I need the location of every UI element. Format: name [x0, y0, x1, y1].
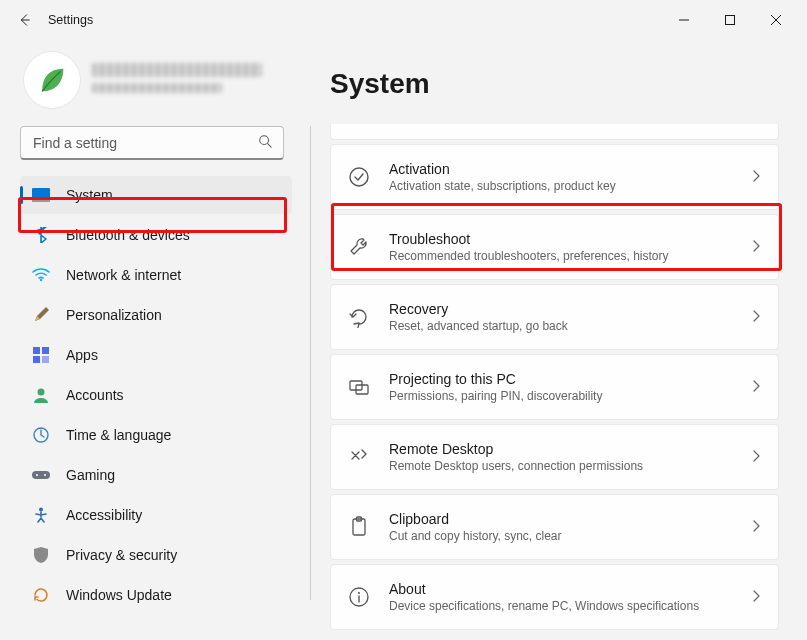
- minimize-button[interactable]: [661, 4, 707, 36]
- clipboard-icon: [347, 515, 371, 539]
- nav-label: Bluetooth & devices: [66, 227, 190, 243]
- card-sub: Permissions, pairing PIN, discoverabilit…: [389, 389, 732, 403]
- avatar: [24, 52, 80, 108]
- scroll-divider: [310, 126, 311, 600]
- card-text: Projecting to this PC Permissions, pairi…: [389, 371, 732, 403]
- accessibility-icon: [32, 506, 50, 524]
- card-troubleshoot[interactable]: Troubleshoot Recommended troubleshooters…: [330, 214, 779, 280]
- card-activation[interactable]: Activation Activation state, subscriptio…: [330, 144, 779, 210]
- arrow-left-icon: [17, 13, 31, 27]
- window-title: Settings: [48, 13, 93, 27]
- nav-label: Gaming: [66, 467, 115, 483]
- card-text: Recovery Reset, advanced startup, go bac…: [389, 301, 732, 333]
- svg-rect-0: [726, 16, 735, 25]
- clock-globe-icon: [32, 426, 50, 444]
- nav-label: System: [66, 187, 113, 203]
- profile-block[interactable]: [20, 40, 292, 126]
- bluetooth-icon: [32, 226, 50, 244]
- close-button[interactable]: [753, 4, 799, 36]
- nav-label: Apps: [66, 347, 98, 363]
- svg-point-4: [40, 279, 42, 281]
- nav-item-gaming[interactable]: Gaming: [20, 456, 292, 494]
- nav-item-privacy[interactable]: Privacy & security: [20, 536, 292, 574]
- profile-text: [92, 63, 288, 97]
- nav-item-windows-update[interactable]: Windows Update: [20, 576, 292, 614]
- chevron-right-icon: [750, 518, 762, 536]
- svg-rect-5: [33, 347, 40, 354]
- checkmark-circle-icon: [347, 165, 371, 189]
- apps-icon: [32, 346, 50, 364]
- minimize-icon: [679, 15, 689, 25]
- nav-item-bluetooth[interactable]: Bluetooth & devices: [20, 216, 292, 254]
- card-title: Recovery: [389, 301, 732, 317]
- paintbrush-icon: [32, 306, 50, 324]
- card-about[interactable]: About Device specifications, rename PC, …: [330, 564, 779, 630]
- shield-icon: [32, 546, 50, 564]
- nav-item-accounts[interactable]: Accounts: [20, 376, 292, 414]
- nav-label: Accounts: [66, 387, 124, 403]
- maximize-icon: [725, 15, 735, 25]
- card-title: Projecting to this PC: [389, 371, 732, 387]
- nav-label: Accessibility: [66, 507, 142, 523]
- nav-label: Time & language: [66, 427, 171, 443]
- card-text: Activation Activation state, subscriptio…: [389, 161, 732, 193]
- svg-point-14: [39, 508, 43, 512]
- page-heading: System: [330, 68, 779, 100]
- nav-item-system[interactable]: System: [20, 176, 292, 214]
- search-input[interactable]: [20, 126, 284, 160]
- card-sub: Device specifications, rename PC, Window…: [389, 599, 732, 613]
- svg-point-12: [36, 474, 38, 476]
- card-clipboard[interactable]: Clipboard Cut and copy history, sync, cl…: [330, 494, 779, 560]
- system-icon: [32, 186, 50, 204]
- chevron-right-icon: [750, 378, 762, 396]
- update-icon: [32, 586, 50, 604]
- card-sub: Recommended troubleshooters, preferences…: [389, 249, 732, 263]
- info-icon: [347, 585, 371, 609]
- nav-list: System Bluetooth & devices Network & int…: [20, 176, 292, 614]
- chevron-right-icon: [750, 308, 762, 326]
- maximize-button[interactable]: [707, 4, 753, 36]
- wifi-icon: [32, 266, 50, 284]
- nav-item-personalization[interactable]: Personalization: [20, 296, 292, 334]
- card-title: Clipboard: [389, 511, 732, 527]
- card-sub: Activation state, subscriptions, product…: [389, 179, 732, 193]
- card-sub: Remote Desktop users, connection permiss…: [389, 459, 732, 473]
- svg-rect-7: [33, 356, 40, 363]
- card-projecting[interactable]: Projecting to this PC Permissions, pairi…: [330, 354, 779, 420]
- chevron-right-icon: [750, 238, 762, 256]
- chevron-right-icon: [750, 448, 762, 466]
- card-text: Clipboard Cut and copy history, sync, cl…: [389, 511, 732, 543]
- nav-item-apps[interactable]: Apps: [20, 336, 292, 374]
- card-title: About: [389, 581, 732, 597]
- nav-item-time[interactable]: Time & language: [20, 416, 292, 454]
- back-button[interactable]: [8, 4, 40, 36]
- svg-rect-11: [32, 471, 50, 479]
- gamepad-icon: [32, 466, 50, 484]
- nav-item-network[interactable]: Network & internet: [20, 256, 292, 294]
- svg-point-9: [38, 389, 45, 396]
- titlebar: Settings: [0, 0, 807, 40]
- card-text: Remote Desktop Remote Desktop users, con…: [389, 441, 732, 473]
- nav-label: Privacy & security: [66, 547, 177, 563]
- card-remote-desktop[interactable]: Remote Desktop Remote Desktop users, con…: [330, 424, 779, 490]
- chevron-right-icon: [750, 168, 762, 186]
- card-recovery[interactable]: Recovery Reset, advanced startup, go bac…: [330, 284, 779, 350]
- card-title: Troubleshoot: [389, 231, 732, 247]
- window-controls: [661, 4, 799, 36]
- svg-rect-2: [32, 188, 50, 200]
- main-panel: System Activation Activation state, subs…: [300, 40, 807, 640]
- nav-label: Personalization: [66, 307, 162, 323]
- nav-label: Network & internet: [66, 267, 181, 283]
- chevron-right-icon: [750, 588, 762, 606]
- card-sub: Cut and copy history, sync, clear: [389, 529, 732, 543]
- settings-cards: Activation Activation state, subscriptio…: [330, 124, 779, 630]
- svg-rect-8: [42, 356, 49, 363]
- svg-rect-3: [32, 200, 50, 202]
- card-sub: Reset, advanced startup, go back: [389, 319, 732, 333]
- card-stub-prev[interactable]: [330, 124, 779, 140]
- search-wrap: [20, 126, 292, 160]
- recovery-icon: [347, 305, 371, 329]
- card-title: Remote Desktop: [389, 441, 732, 457]
- leaf-icon: [35, 63, 69, 97]
- nav-item-accessibility[interactable]: Accessibility: [20, 496, 292, 534]
